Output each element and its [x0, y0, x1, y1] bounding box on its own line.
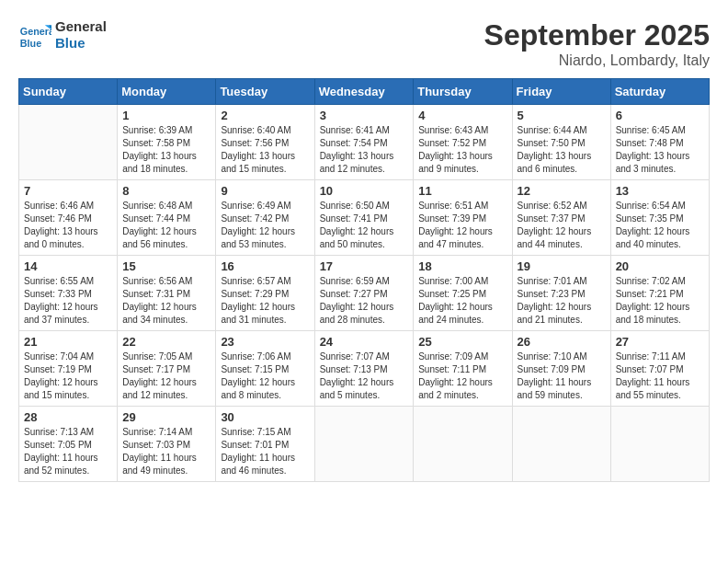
day-detail: Sunrise: 7:01 AMSunset: 7:23 PMDaylight:…: [518, 275, 606, 327]
day-number: 11: [418, 184, 506, 198]
logo-text-line2: Blue: [55, 35, 107, 52]
calendar-cell: [512, 407, 610, 482]
calendar-cell: 5Sunrise: 6:44 AMSunset: 7:50 PMDaylight…: [512, 105, 610, 180]
day-number: 12: [518, 184, 606, 198]
calendar-cell: 25Sunrise: 7:09 AMSunset: 7:11 PMDayligh…: [414, 331, 512, 407]
logo: General Blue General Blue: [18, 18, 107, 52]
month-title: September 2025: [484, 18, 710, 52]
day-detail: Sunrise: 6:52 AMSunset: 7:37 PMDaylight:…: [518, 200, 606, 251]
day-detail: Sunrise: 6:40 AMSunset: 7:56 PMDaylight:…: [221, 124, 309, 176]
calendar-cell: 17Sunrise: 6:59 AMSunset: 7:27 PMDayligh…: [314, 256, 414, 331]
day-detail: Sunrise: 6:45 AMSunset: 7:48 PMDaylight:…: [616, 124, 704, 176]
day-detail: Sunrise: 6:54 AMSunset: 7:35 PMDaylight:…: [616, 200, 704, 251]
calendar-cell: 9Sunrise: 6:49 AMSunset: 7:42 PMDaylight…: [216, 180, 314, 256]
day-number: 4: [418, 109, 506, 122]
day-number: 6: [616, 109, 704, 122]
day-detail: Sunrise: 6:57 AMSunset: 7:29 PMDaylight:…: [221, 275, 309, 327]
day-detail: Sunrise: 7:07 AMSunset: 7:13 PMDaylight:…: [320, 350, 409, 402]
calendar-cell: [19, 105, 118, 180]
calendar-cell: 16Sunrise: 6:57 AMSunset: 7:29 PMDayligh…: [216, 256, 314, 331]
day-detail: Sunrise: 6:48 AMSunset: 7:44 PMDaylight:…: [122, 200, 210, 251]
calendar-cell: 14Sunrise: 6:55 AMSunset: 7:33 PMDayligh…: [19, 256, 118, 331]
calendar-cell: 20Sunrise: 7:02 AMSunset: 7:21 PMDayligh…: [610, 256, 709, 331]
calendar-cell: 7Sunrise: 6:46 AMSunset: 7:46 PMDaylight…: [19, 180, 118, 256]
day-detail: Sunrise: 7:13 AMSunset: 7:05 PMDaylight:…: [24, 426, 112, 477]
day-detail: Sunrise: 6:59 AMSunset: 7:27 PMDaylight:…: [320, 275, 409, 327]
calendar-cell: [610, 407, 709, 482]
weekday-header-friday: Friday: [512, 79, 610, 105]
svg-text:Blue: Blue: [20, 38, 41, 49]
logo-text-line1: General: [55, 18, 107, 35]
day-number: 9: [221, 184, 309, 198]
calendar-cell: 11Sunrise: 6:51 AMSunset: 7:39 PMDayligh…: [414, 180, 512, 256]
week-row-1: 7Sunrise: 6:46 AMSunset: 7:46 PMDaylight…: [19, 180, 710, 256]
calendar-cell: 23Sunrise: 7:06 AMSunset: 7:15 PMDayligh…: [216, 331, 314, 407]
calendar-cell: 4Sunrise: 6:43 AMSunset: 7:52 PMDaylight…: [414, 105, 512, 180]
weekday-header-thursday: Thursday: [414, 79, 512, 105]
day-number: 24: [320, 335, 409, 349]
calendar-cell: 13Sunrise: 6:54 AMSunset: 7:35 PMDayligh…: [610, 180, 709, 256]
day-detail: Sunrise: 6:46 AMSunset: 7:46 PMDaylight:…: [24, 200, 112, 251]
day-number: 25: [418, 335, 506, 349]
calendar-cell: 15Sunrise: 6:56 AMSunset: 7:31 PMDayligh…: [118, 256, 216, 331]
day-detail: Sunrise: 6:55 AMSunset: 7:33 PMDaylight:…: [24, 275, 112, 327]
weekday-header-wednesday: Wednesday: [314, 79, 414, 105]
calendar-cell: 3Sunrise: 6:41 AMSunset: 7:54 PMDaylight…: [314, 105, 414, 180]
day-detail: Sunrise: 6:41 AMSunset: 7:54 PMDaylight:…: [320, 124, 409, 176]
calendar-cell: 27Sunrise: 7:11 AMSunset: 7:07 PMDayligh…: [610, 331, 709, 407]
day-detail: Sunrise: 7:05 AMSunset: 7:17 PMDaylight:…: [122, 350, 210, 402]
week-row-2: 14Sunrise: 6:55 AMSunset: 7:33 PMDayligh…: [19, 256, 710, 331]
day-number: 28: [24, 410, 112, 424]
calendar-cell: 30Sunrise: 7:15 AMSunset: 7:01 PMDayligh…: [216, 407, 314, 482]
calendar-cell: 28Sunrise: 7:13 AMSunset: 7:05 PMDayligh…: [19, 407, 118, 482]
calendar-cell: 21Sunrise: 7:04 AMSunset: 7:19 PMDayligh…: [19, 331, 118, 407]
calendar-cell: 29Sunrise: 7:14 AMSunset: 7:03 PMDayligh…: [118, 407, 216, 482]
weekday-header-monday: Monday: [118, 79, 216, 105]
calendar-cell: 26Sunrise: 7:10 AMSunset: 7:09 PMDayligh…: [512, 331, 610, 407]
day-number: 29: [122, 410, 210, 424]
day-detail: Sunrise: 7:14 AMSunset: 7:03 PMDaylight:…: [122, 426, 210, 477]
day-number: 22: [122, 335, 210, 349]
day-number: 15: [122, 259, 210, 273]
calendar-cell: 18Sunrise: 7:00 AMSunset: 7:25 PMDayligh…: [414, 256, 512, 331]
calendar-cell: 2Sunrise: 6:40 AMSunset: 7:56 PMDaylight…: [216, 105, 314, 180]
day-number: 21: [24, 335, 112, 349]
day-number: 18: [418, 259, 506, 273]
day-number: 27: [616, 335, 704, 349]
week-row-4: 28Sunrise: 7:13 AMSunset: 7:05 PMDayligh…: [19, 407, 710, 482]
day-number: 8: [122, 184, 210, 198]
day-detail: Sunrise: 7:04 AMSunset: 7:19 PMDaylight:…: [24, 350, 112, 402]
day-detail: Sunrise: 6:51 AMSunset: 7:39 PMDaylight:…: [418, 200, 506, 251]
week-row-3: 21Sunrise: 7:04 AMSunset: 7:19 PMDayligh…: [19, 331, 710, 407]
calendar-cell: 19Sunrise: 7:01 AMSunset: 7:23 PMDayligh…: [512, 256, 610, 331]
day-number: 7: [24, 184, 112, 198]
day-detail: Sunrise: 6:43 AMSunset: 7:52 PMDaylight:…: [418, 124, 506, 176]
calendar-cell: 8Sunrise: 6:48 AMSunset: 7:44 PMDaylight…: [118, 180, 216, 256]
day-number: 2: [221, 109, 309, 122]
calendar-cell: [314, 407, 414, 482]
day-number: 23: [221, 335, 309, 349]
calendar: SundayMondayTuesdayWednesdayThursdayFrid…: [18, 78, 710, 482]
weekday-header-row: SundayMondayTuesdayWednesdayThursdayFrid…: [19, 79, 710, 105]
day-detail: Sunrise: 7:10 AMSunset: 7:09 PMDaylight:…: [518, 350, 606, 402]
day-detail: Sunrise: 7:00 AMSunset: 7:25 PMDaylight:…: [418, 275, 506, 327]
day-number: 13: [616, 184, 704, 198]
day-detail: Sunrise: 7:06 AMSunset: 7:15 PMDaylight:…: [221, 350, 309, 402]
calendar-cell: 1Sunrise: 6:39 AMSunset: 7:58 PMDaylight…: [118, 105, 216, 180]
day-detail: Sunrise: 6:50 AMSunset: 7:41 PMDaylight:…: [320, 200, 409, 251]
day-number: 5: [518, 109, 606, 122]
day-detail: Sunrise: 7:02 AMSunset: 7:21 PMDaylight:…: [616, 275, 704, 327]
day-number: 26: [518, 335, 606, 349]
location-title: Niardo, Lombardy, Italy: [484, 52, 710, 69]
weekday-header-sunday: Sunday: [19, 79, 118, 105]
calendar-cell: 24Sunrise: 7:07 AMSunset: 7:13 PMDayligh…: [314, 331, 414, 407]
day-number: 16: [221, 259, 309, 273]
day-number: 20: [616, 259, 704, 273]
day-number: 10: [320, 184, 409, 198]
day-detail: Sunrise: 6:44 AMSunset: 7:50 PMDaylight:…: [518, 124, 606, 176]
logo-icon: General Blue: [18, 18, 51, 52]
day-number: 3: [320, 109, 409, 122]
day-number: 1: [122, 109, 210, 122]
day-number: 17: [320, 259, 409, 273]
day-detail: Sunrise: 7:09 AMSunset: 7:11 PMDaylight:…: [418, 350, 506, 402]
